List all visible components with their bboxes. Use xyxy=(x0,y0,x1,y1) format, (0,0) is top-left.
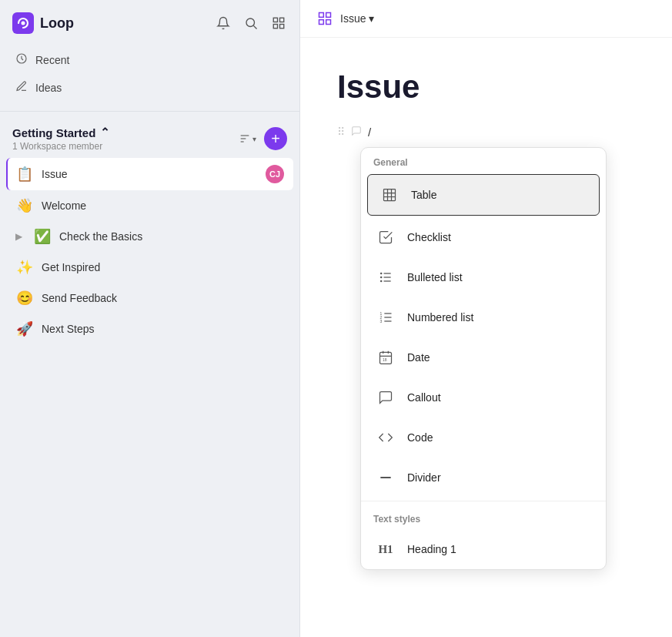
expand-icon-check-basics: ▶ xyxy=(15,231,22,242)
clock-icon xyxy=(15,52,28,68)
dropdown-item-divider[interactable]: Divider xyxy=(361,458,606,498)
dropdown-label-table: Table xyxy=(411,189,436,201)
dropdown-label-code: Code xyxy=(407,431,433,444)
page-emoji-issue: 📋 xyxy=(15,166,34,183)
loop-logo-icon xyxy=(12,12,34,34)
dropdown-item-bulleted-list[interactable]: Bulleted list xyxy=(361,257,606,297)
workspace-header: Getting Started ⌃ 1 Workspace member ▾ + xyxy=(0,118,299,155)
table-icon xyxy=(377,183,402,207)
dropdown-item-table[interactable]: Table xyxy=(367,174,600,216)
svg-point-25 xyxy=(380,277,383,279)
workspace-title[interactable]: Getting Started ⌃ xyxy=(12,126,110,139)
add-page-button[interactable]: + xyxy=(264,127,287,150)
dropdown-item-callout[interactable]: Callout xyxy=(361,377,606,417)
sidebar-header: Loop xyxy=(0,0,299,43)
logo-area: Loop xyxy=(12,12,74,34)
section-label-general: General xyxy=(361,148,606,173)
date-icon: 18 xyxy=(373,345,398,370)
svg-rect-7 xyxy=(280,25,284,28)
divider-icon xyxy=(373,465,398,490)
page-label-issue: Issue xyxy=(42,168,258,180)
nav-items: Recent Ideas xyxy=(0,43,299,105)
main-editor: Issue ⠿ / General xyxy=(300,38,672,637)
page-item-check-basics[interactable]: ▶ ✅ Check the Basics xyxy=(6,221,293,252)
svg-point-24 xyxy=(380,273,383,275)
editor-area: ⠿ / General xyxy=(337,124,635,140)
page-label-get-inspired: Get Inspired xyxy=(42,261,284,273)
main-header: Issue ▾ xyxy=(300,0,672,38)
section-label-text-styles: Text styles xyxy=(361,505,606,529)
dropdown-item-checklist[interactable]: Checklist xyxy=(361,217,606,257)
svg-rect-6 xyxy=(273,25,277,28)
code-icon xyxy=(373,425,398,450)
notifications-button[interactable] xyxy=(215,15,232,32)
nav-item-ideas[interactable]: Ideas xyxy=(6,74,293,102)
page-item-issue[interactable]: 📋 Issue CJ xyxy=(6,158,293,190)
dropdown-label-checklist: Checklist xyxy=(407,231,451,243)
dropdown-item-date[interactable]: 18 Date xyxy=(361,337,606,377)
slash-command-dropdown: General Table xyxy=(360,147,607,570)
layout-button[interactable] xyxy=(270,15,287,32)
page-item-get-inspired[interactable]: ✨ Get Inspired xyxy=(6,252,293,283)
app-name: Loop xyxy=(40,15,74,32)
page-label-welcome: Welcome xyxy=(42,199,284,212)
dropdown-item-heading1[interactable]: H1 Heading 1 xyxy=(361,529,606,569)
svg-rect-14 xyxy=(319,20,324,25)
nav-item-ideas-label: Ideas xyxy=(35,82,62,94)
page-title: Issue xyxy=(337,69,635,106)
main-header-title[interactable]: Issue ▾ xyxy=(340,12,374,25)
workspace-actions: ▾ + xyxy=(236,127,287,150)
dropdown-item-code[interactable]: Code xyxy=(361,417,606,458)
slash-input: / xyxy=(368,124,371,140)
header-actions xyxy=(215,15,287,32)
main-header-page-icon xyxy=(316,9,334,28)
page-item-next-steps[interactable]: 🚀 Next Steps xyxy=(6,313,293,344)
page-item-welcome[interactable]: 👋 Welcome xyxy=(6,190,293,221)
page-emoji-next-steps: 🚀 xyxy=(15,320,34,337)
svg-rect-13 xyxy=(326,13,331,18)
nav-item-recent-label: Recent xyxy=(35,54,69,66)
dropdown-section-divider xyxy=(361,501,606,501)
page-label-next-steps: Next Steps xyxy=(42,323,284,335)
dropdown-label-callout: Callout xyxy=(407,391,441,404)
nav-item-recent[interactable]: Recent xyxy=(6,46,293,74)
svg-text:3: 3 xyxy=(380,319,383,324)
sidebar: Loop xyxy=(0,0,300,637)
page-emoji-check-basics: ✅ xyxy=(33,228,52,245)
svg-line-3 xyxy=(253,25,256,28)
page-item-send-feedback[interactable]: 😊 Send Feedback xyxy=(6,283,293,313)
h1-icon: H1 xyxy=(373,537,398,562)
search-button[interactable] xyxy=(242,15,259,32)
dropdown-label-divider: Divider xyxy=(407,471,441,484)
svg-rect-12 xyxy=(319,13,324,18)
dropdown-label-bulleted-list: Bulleted list xyxy=(407,271,463,283)
svg-rect-5 xyxy=(280,18,284,22)
drag-handle-icon[interactable]: ⠿ xyxy=(337,124,345,138)
checklist-icon xyxy=(373,225,398,250)
dropdown-item-numbered-list[interactable]: 1 2 3 Numbered list xyxy=(361,297,606,337)
dropdown-label-heading1: Heading 1 xyxy=(407,543,456,555)
svg-point-26 xyxy=(380,280,383,283)
callout-icon xyxy=(373,385,398,410)
header-chevron-icon: ▾ xyxy=(369,12,374,25)
page-emoji-get-inspired: ✨ xyxy=(15,259,34,276)
page-avatar-issue: CJ xyxy=(266,165,284,183)
svg-point-1 xyxy=(22,22,25,25)
numbered-list-icon: 1 2 3 xyxy=(373,305,398,330)
page-label-send-feedback: Send Feedback xyxy=(42,292,284,304)
sort-button[interactable]: ▾ xyxy=(236,129,259,148)
page-label-check-basics: Check the Basics xyxy=(59,230,284,243)
bulleted-list-icon xyxy=(373,265,398,290)
svg-text:18: 18 xyxy=(383,357,387,362)
page-emoji-send-feedback: 😊 xyxy=(15,290,34,307)
workspace-chevron-icon: ⌃ xyxy=(100,126,110,139)
svg-rect-16 xyxy=(384,189,396,201)
nav-divider xyxy=(0,111,299,112)
comment-icon xyxy=(351,124,362,139)
sort-chevron-icon: ▾ xyxy=(252,135,256,143)
page-emoji-welcome: 👋 xyxy=(15,197,34,214)
dropdown-label-date: Date xyxy=(407,351,430,364)
dropdown-label-numbered-list: Numbered list xyxy=(407,311,473,324)
pages-list: 📋 Issue CJ 👋 Welcome ▶ ✅ Check the Basic… xyxy=(0,155,299,637)
svg-point-2 xyxy=(246,18,255,27)
